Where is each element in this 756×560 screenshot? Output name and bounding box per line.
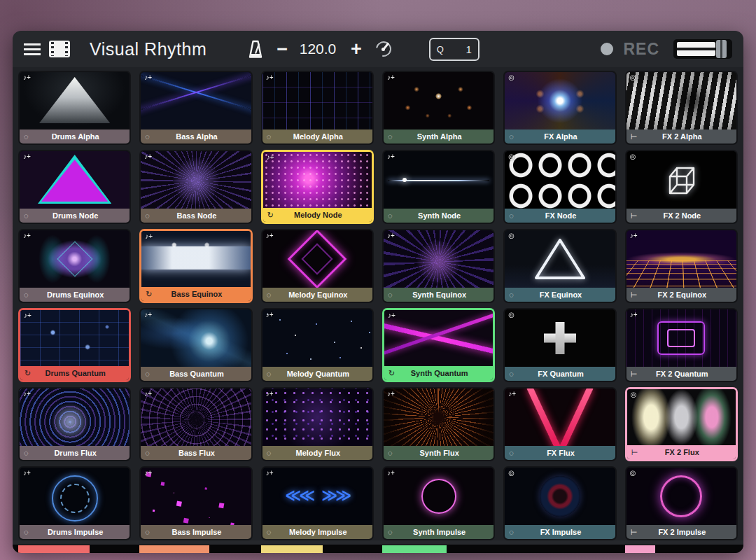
film-strip-icon[interactable]	[49, 41, 70, 57]
clip-name: Synth Flux	[398, 449, 481, 457]
note-add-icon: ♪+	[24, 312, 31, 319]
clip-synth-node[interactable]: ♪+ ◌ Synth Node	[382, 150, 495, 224]
clip-synth-flux[interactable]: ♪+ ◌ Synth Flux	[382, 387, 495, 461]
clip-state-icon: ◌	[267, 132, 276, 141]
clip-fx-impulse[interactable]: ◎ ◌ FX Impulse	[503, 466, 616, 540]
clip-label-bar: ◌ Melody Quantum	[262, 367, 372, 381]
clip-thumbnail: ♪+	[20, 468, 130, 525]
master-fader[interactable]	[673, 39, 732, 59]
meter-fill	[382, 545, 447, 553]
record-button[interactable]	[601, 43, 613, 55]
clip-bass-alpha[interactable]: ♪+ ◌ Bass Alpha	[139, 71, 252, 145]
clip-label-bar: ◌ Synth Alpha	[384, 130, 493, 144]
clip-thumbnail: ◎	[627, 389, 736, 445]
clip-thumbnail: ♪+	[384, 230, 493, 288]
clip-label-bar: ↻ Melody Node	[263, 208, 372, 222]
loop-icon: ↻	[24, 369, 34, 378]
clip-melody-alpha[interactable]: ♪+ ◌ Melody Alpha	[261, 71, 374, 145]
clip-synth-impulse[interactable]: ♪+ ◌ Synth Impulse	[382, 466, 495, 540]
fader-track	[677, 42, 715, 56]
clip-fx-flux[interactable]: ♪+ ◌ FX Flux	[503, 387, 616, 461]
clip-thumbnail: ♪+	[262, 230, 372, 288]
quantize-label: Q	[437, 44, 444, 55]
note-add-icon: ♪+	[508, 390, 516, 398]
clip-fx-2-node[interactable]: ◎ ⊢ FX 2 Node	[625, 150, 738, 224]
clip-thumbnail: ♪+	[141, 468, 251, 525]
clip-drums-node[interactable]: ♪+ ◌ Drums Node	[18, 150, 131, 224]
clip-state-icon: ◌	[145, 132, 155, 141]
clip-melody-impulse[interactable]: ♪+ ≪≪≫≫ ◌ Melody Impulse	[261, 466, 374, 540]
fader-thumb[interactable]	[716, 40, 727, 58]
clip-fx-node[interactable]: ◎ ◌ FX Node	[503, 150, 616, 224]
clip-state-icon: ◌	[267, 290, 276, 299]
clip-state-icon: ◌	[388, 211, 398, 220]
clip-melody-equinox[interactable]: ♪+ ◌ Melody Equinox	[261, 229, 374, 303]
clip-melody-flux[interactable]: ♪+ ◌ Melody Flux	[261, 387, 374, 461]
clip-name: FX Impulse	[519, 528, 602, 536]
clip-fx-2-quantum[interactable]: ♪+ ⊢ FX 2 Quantum	[625, 308, 738, 382]
clip-state-icon: ◌	[388, 528, 398, 536]
clip-state-icon: ◌	[267, 449, 276, 457]
quantize-control[interactable]: Q 1	[429, 38, 479, 61]
clip-melody-quantum[interactable]: ♪+ ◌ Melody Quantum	[261, 308, 374, 382]
clip-melody-node[interactable]: ♪+ ↻ Melody Node	[261, 150, 374, 224]
clip-state-icon: ◌	[24, 449, 34, 457]
clip-label-bar: ◌ Synth Impulse	[384, 525, 493, 539]
clip-thumbnail: ♪+	[20, 388, 130, 446]
drums-column-meter	[18, 545, 131, 553]
clip-thumbnail: ♪+	[20, 151, 130, 209]
clip-state-icon: ◌	[509, 449, 519, 457]
tempo-decrease-button[interactable]: −	[274, 40, 290, 59]
clip-bass-flux[interactable]: ♪+ ◌ Bass Flux	[139, 387, 252, 461]
clip-name: Melody Equinox	[276, 290, 360, 299]
clip-state-icon: ◌	[509, 370, 519, 378]
clip-bass-node[interactable]: ♪+ ◌ Bass Node	[139, 150, 252, 224]
clip-bass-quantum[interactable]: ♪+ ◌ Bass Quantum	[139, 308, 252, 382]
clip-synth-alpha[interactable]: ♪+ ◌ Synth Alpha	[382, 71, 495, 145]
tap-tempo-dial-icon[interactable]	[374, 40, 393, 58]
clip-thumbnail: ♪+	[20, 230, 130, 288]
clip-thumbnail: ♪+	[626, 230, 736, 288]
clip-state-icon: ◌	[24, 528, 34, 536]
rec-label: REC	[623, 40, 659, 59]
note-add-icon: ♪+	[388, 312, 396, 319]
clip-label-bar: ◌ Drums Alpha	[20, 130, 130, 144]
melody-column-meter	[261, 545, 374, 553]
clip-drums-quantum[interactable]: ♪+ ↻ Drums Quantum	[18, 308, 131, 382]
menu-icon[interactable]	[24, 43, 41, 55]
clip-fx-quantum[interactable]: ◎ ◌ FX Quantum	[503, 308, 616, 382]
note-add-icon: ♪+	[630, 311, 638, 318]
chevron-arrows-icon: ≪≪≫≫	[285, 486, 349, 505]
clip-bass-impulse[interactable]: ♪+ ◌ Bass Impulse	[139, 466, 252, 540]
clip-fx-2-impulse[interactable]: ◎ ⊢ FX 2 Impulse	[625, 466, 738, 540]
note-add-icon: ♪+	[267, 153, 274, 161]
clip-synth-equinox[interactable]: ♪+ ◌ Synth Equinox	[382, 229, 495, 303]
clip-fx-equinox[interactable]: ◎ ◌ FX Equinox	[503, 229, 616, 303]
note-add-icon: ♪+	[387, 153, 395, 160]
clip-thumbnail: ♪+	[263, 152, 372, 208]
clip-name: Synth Equinox	[398, 290, 481, 299]
note-add-icon: ♪+	[387, 74, 395, 81]
clip-fx-alpha[interactable]: ◎ ◌ FX Alpha	[503, 71, 616, 145]
clip-synth-quantum[interactable]: ♪+ ↻ Synth Quantum	[382, 308, 495, 382]
clip-drums-alpha[interactable]: ♪+ ◌ Drums Alpha	[18, 71, 131, 145]
tempo-increase-button[interactable]: +	[348, 40, 365, 59]
clip-label-bar: ⊢ FX 2 Impulse	[626, 525, 736, 539]
clip-name: FX 2 Node	[640, 211, 724, 220]
clip-label-bar: ◌ Bass Node	[141, 209, 251, 223]
clip-drums-equinox[interactable]: ♪+ ◌ Drums Equinox	[18, 229, 131, 303]
clip-drums-impulse[interactable]: ♪+ ◌ Drums Impulse	[18, 466, 131, 540]
clip-fx-2-alpha[interactable]: ◎ ⊢ FX 2 Alpha	[625, 71, 738, 145]
clip-label-bar: ◌ FX Impulse	[505, 525, 615, 539]
clip-fx-2-flux[interactable]: ◎ ⊢ FX 2 Flux	[625, 387, 738, 461]
tempo-value[interactable]: 120.0	[298, 41, 338, 57]
clip-label-bar: ◌ Melody Impulse	[262, 525, 372, 539]
clip-state-icon: ◌	[24, 132, 34, 141]
clip-fx-2-equinox[interactable]: ♪+ ⊢ FX 2 Equinox	[625, 229, 738, 303]
metronome-icon[interactable]	[247, 39, 264, 59]
clip-label-bar: ◌ FX Flux	[505, 446, 615, 460]
clip-name: FX Alpha	[519, 132, 602, 141]
clip-bass-equinox[interactable]: ♪+ ↻ Bass Equinox	[139, 229, 252, 303]
clip-drums-flux[interactable]: ♪+ ◌ Drums Flux	[18, 387, 131, 461]
clip-state-icon: ◌	[509, 211, 519, 220]
